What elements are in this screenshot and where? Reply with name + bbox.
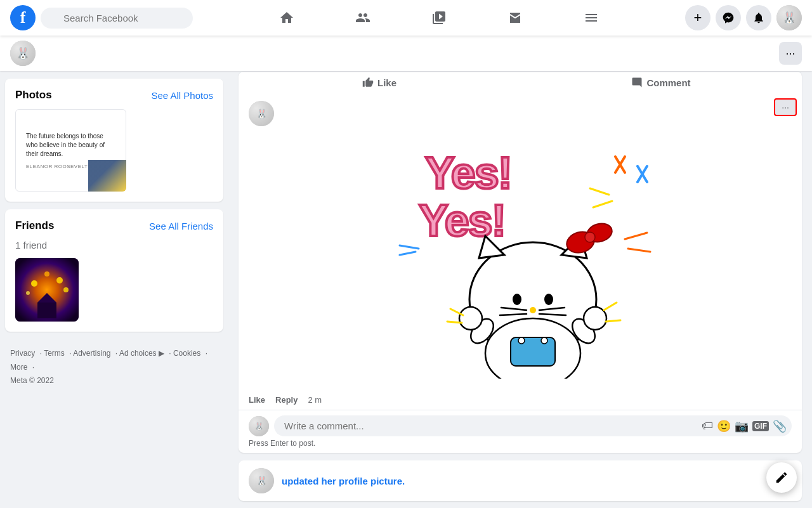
- comment-label: Comment: [646, 77, 690, 88]
- commenter-avatar-img: 🐰: [249, 416, 269, 436]
- user-avatar-nav[interactable]: 🐰: [776, 5, 802, 30]
- footer: Privacy · Terms · Advertising · Ad choic…: [5, 339, 223, 396]
- footer-terms-link[interactable]: Terms: [44, 349, 65, 358]
- footer-adchoices-link[interactable]: Ad choices ▶: [119, 349, 164, 358]
- svg-line-43: [604, 303, 617, 310]
- add-button[interactable]: +: [685, 5, 710, 30]
- comment-icons: 🏷 🙂 📷 GIF 📎: [702, 419, 787, 433]
- bottom-post-action: updated her profile picture.: [282, 476, 405, 486]
- search-input[interactable]: [41, 8, 193, 29]
- footer-meta: Meta © 2022: [10, 374, 218, 388]
- friend-thumb-1[interactable]: [15, 258, 79, 322]
- bottom-post: 🐰 updated her profile picture. ···: [239, 460, 802, 501]
- comment-time: 2 m: [308, 395, 322, 405]
- see-all-friends-button[interactable]: See All Friends: [149, 221, 213, 231]
- sticker-image: Yes! Yes!: [249, 131, 792, 385]
- nav-center: [193, 3, 685, 33]
- photo-thumb-1[interactable]: The future belongs to those who believe …: [15, 109, 126, 192]
- nav-left: f 🔍: [10, 5, 193, 30]
- main-layout: Photos See All Photos The future belongs…: [0, 71, 812, 508]
- more-options-icon: ···: [785, 47, 795, 60]
- footer-advertising-link[interactable]: Advertising: [73, 349, 110, 358]
- svg-line-18: [625, 233, 647, 239]
- footer-cookies-link[interactable]: Cookies: [173, 349, 200, 358]
- post-more-button[interactable]: ···: [774, 98, 797, 116]
- marketplace-nav-button[interactable]: [480, 3, 551, 33]
- reply-action-button[interactable]: Reply: [275, 395, 298, 405]
- svg-line-19: [628, 249, 650, 252]
- sticker-post: 🐰 ··· Yes! Yes!: [239, 93, 802, 453]
- svg-line-14: [590, 188, 609, 195]
- footer-privacy-link[interactable]: Privacy: [10, 349, 35, 358]
- svg-text:Yes!: Yes!: [419, 196, 505, 245]
- sticker-container: Yes! Yes!: [249, 131, 792, 385]
- comment-input-wrap: 🏷 🙂 📷 GIF 📎: [274, 415, 792, 436]
- nav-right: + 🐰: [685, 5, 802, 30]
- camera-icon[interactable]: 📷: [735, 419, 749, 433]
- menu-nav-button[interactable]: [556, 3, 627, 33]
- friends-card-header: Friends See All Friends: [15, 219, 213, 232]
- like-action-button[interactable]: Like: [249, 395, 265, 405]
- svg-point-3: [56, 277, 63, 283]
- comment-button-main[interactable]: Comment: [520, 72, 802, 93]
- bottom-post-text: updated her profile picture.: [282, 476, 405, 486]
- profile-subheader: 🐰 ···: [0, 36, 812, 71]
- top-navigation: f 🔍 + 🐰: [0, 0, 812, 36]
- photos-card: Photos See All Photos The future belongs…: [5, 79, 223, 202]
- post-header: 🐰 ···: [239, 93, 802, 126]
- friend-image: [15, 258, 79, 322]
- notifications-button[interactable]: [746, 5, 771, 30]
- video-nav-button[interactable]: [403, 3, 475, 33]
- svg-text:Yes!: Yes!: [425, 148, 511, 198]
- svg-point-4: [26, 291, 30, 295]
- photos-title: Photos: [15, 89, 52, 101]
- fb-logo-letter: f: [20, 8, 26, 27]
- svg-point-2: [44, 271, 49, 277]
- svg-point-28: [530, 307, 536, 313]
- svg-point-5: [63, 287, 69, 292]
- sticker-icon[interactable]: 🏷: [702, 419, 713, 433]
- profile-avatar-img: 🐰: [10, 41, 36, 66]
- bottom-post-avatar[interactable]: 🐰: [249, 468, 274, 493]
- svg-rect-34: [511, 337, 555, 366]
- see-all-photos-button[interactable]: See All Photos: [151, 90, 213, 101]
- friend-count: 1 friend: [15, 240, 213, 251]
- svg-line-42: [447, 322, 462, 323]
- friends-nav-button[interactable]: [327, 3, 398, 33]
- gif-icon[interactable]: GIF: [752, 421, 769, 431]
- friends-card: Friends See All Friends 1 friend: [5, 209, 223, 332]
- svg-rect-6: [37, 303, 56, 318]
- svg-point-35: [518, 337, 525, 344]
- commenter-avatar: 🐰: [249, 416, 269, 436]
- footer-more-link[interactable]: More: [10, 363, 27, 372]
- friends-grid: [15, 258, 213, 322]
- more-options-button[interactable]: ···: [779, 42, 802, 65]
- post-more-icon: ···: [782, 102, 789, 112]
- home-nav-button[interactable]: [251, 3, 322, 33]
- svg-line-16: [400, 245, 419, 249]
- attachment-icon[interactable]: 📎: [773, 419, 787, 433]
- post-avatar[interactable]: 🐰: [249, 101, 274, 126]
- comment-actions-row: Like Reply 2 m: [239, 393, 802, 410]
- friends-title: Friends: [15, 219, 54, 232]
- write-comment-row: 🐰 🏷 🙂 📷 GIF 📎: [239, 410, 802, 439]
- bottom-post-avatar-img: 🐰: [249, 468, 274, 493]
- svg-point-27: [544, 294, 553, 305]
- user-avatar-img: 🐰: [776, 5, 802, 30]
- facebook-logo[interactable]: f: [10, 5, 36, 30]
- emoji-icon[interactable]: 🙂: [717, 419, 731, 433]
- svg-point-38: [459, 307, 482, 330]
- profile-avatar[interactable]: 🐰: [10, 41, 36, 66]
- quote-photo: The future belongs to those who believe …: [15, 109, 126, 192]
- like-button-main[interactable]: Like: [239, 72, 520, 93]
- compose-fab[interactable]: [766, 462, 797, 493]
- post-avatar-img: 🐰: [249, 101, 274, 126]
- svg-point-1: [31, 280, 37, 287]
- svg-point-36: [541, 337, 547, 344]
- quote-author: ELEANOR ROOSEVELT: [26, 164, 88, 169]
- photos-grid: The future belongs to those who believe …: [15, 109, 213, 192]
- quote-text: The future belongs to those who believe …: [26, 132, 115, 159]
- svg-line-44: [606, 320, 620, 322]
- right-feed: Like Comment 🐰 ···: [228, 71, 812, 508]
- messenger-button[interactable]: [716, 5, 741, 30]
